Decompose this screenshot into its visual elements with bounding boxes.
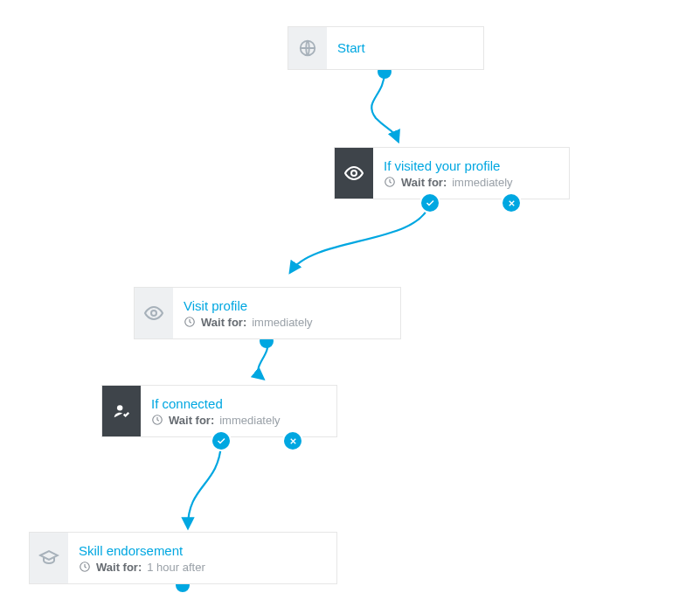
node-skill-endorsement[interactable]: Skill endorsement Wait for: 1 hour after: [29, 532, 337, 584]
clock-icon: [151, 414, 163, 426]
node-if-connected-title: If connected: [151, 395, 281, 413]
node-skill-title: Skill endorsement: [79, 542, 205, 560]
branch-yes-badge[interactable]: [212, 432, 230, 450]
graduation-cap-icon: [30, 533, 68, 583]
node-if-connected[interactable]: If connected Wait for: immediately: [101, 385, 337, 437]
svg-point-8: [117, 405, 122, 410]
node-start[interactable]: Start: [288, 26, 484, 70]
branch-no-badge[interactable]: [284, 432, 301, 450]
svg-point-6: [151, 310, 156, 316]
wait-value: immediately: [252, 315, 312, 330]
wait-value: 1 hour after: [147, 560, 205, 575]
svg-point-4: [351, 171, 357, 176]
wait-value: immediately: [452, 175, 512, 190]
branch-yes-badge[interactable]: [421, 194, 439, 212]
globe-icon: [288, 27, 327, 69]
clock-icon: [79, 561, 91, 573]
node-start-title: Start: [337, 39, 365, 57]
node-if-visited[interactable]: If visited your profile Wait for: immedi…: [334, 147, 570, 199]
clock-icon: [184, 316, 196, 328]
node-visit-profile[interactable]: Visit profile Wait for: immediately: [134, 287, 401, 339]
branch-no-badge[interactable]: [502, 194, 520, 212]
wait-label: Wait for:: [201, 315, 246, 330]
wait-value: immediately: [219, 413, 280, 428]
person-check-icon: [102, 386, 141, 436]
eye-icon: [135, 288, 173, 338]
node-if-visited-title: If visited your profile: [384, 157, 513, 175]
clock-icon: [384, 176, 396, 188]
wait-label: Wait for:: [169, 413, 214, 428]
eye-icon: [335, 148, 373, 199]
wait-label: Wait for:: [96, 560, 142, 575]
wait-label: Wait for:: [401, 175, 447, 190]
node-visit-profile-title: Visit profile: [184, 297, 313, 315]
